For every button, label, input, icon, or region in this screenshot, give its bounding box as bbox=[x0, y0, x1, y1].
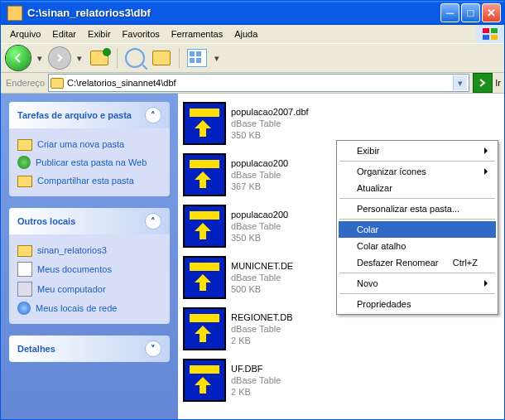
context-item[interactable]: Exibir bbox=[339, 142, 496, 159]
dbf-file-icon bbox=[183, 307, 226, 350]
file-type: dBase Table bbox=[231, 118, 309, 129]
tasks-panel: Tarefas de arquivo e pasta ˄ Criar uma n… bbox=[9, 102, 170, 196]
dbf-file-icon bbox=[183, 153, 226, 196]
context-label: Propriedades bbox=[357, 299, 411, 309]
address-label: Endereço bbox=[6, 78, 45, 88]
context-label: Colar bbox=[357, 224, 378, 234]
address-dropdown[interactable]: ▾ bbox=[453, 75, 467, 90]
context-menu: ExibirOrganizar íconesAtualizarPersonali… bbox=[336, 140, 498, 315]
context-label: Exibir bbox=[357, 146, 380, 156]
menu-exibir[interactable]: Exibir bbox=[82, 27, 117, 41]
separator bbox=[339, 293, 495, 294]
close-button[interactable]: ✕ bbox=[482, 3, 501, 22]
file-name: UF.DBF bbox=[231, 363, 281, 374]
details-header[interactable]: Detalhes ˅ bbox=[9, 336, 170, 362]
place-parent[interactable]: sinan_relatorios3 bbox=[17, 241, 161, 259]
file-size: 367 KB bbox=[231, 181, 288, 192]
tasks-title: Tarefas de arquivo e pasta bbox=[17, 110, 132, 120]
minimize-button[interactable]: ─ bbox=[440, 3, 459, 22]
explorer-window: C:\sinan_relatorios3\dbf ─ □ ✕ Arquivo E… bbox=[0, 0, 505, 420]
context-item[interactable]: Personalizar esta pasta... bbox=[339, 200, 496, 217]
file-size: 350 KB bbox=[231, 232, 288, 244]
menu-editar[interactable]: Editar bbox=[46, 27, 82, 41]
context-item[interactable]: Colar bbox=[339, 221, 496, 238]
file-item[interactable]: populacao2007.dbfdBase Table350 KB bbox=[183, 102, 499, 145]
address-path: C:\relatorios_sinannet4\dbf bbox=[64, 78, 453, 88]
titlebar[interactable]: C:\sinan_relatorios3\dbf ─ □ ✕ bbox=[1, 1, 504, 25]
go-button[interactable] bbox=[473, 73, 493, 93]
dbf-file-icon bbox=[183, 102, 226, 145]
separator bbox=[339, 273, 495, 273]
context-item[interactable]: Atualizar bbox=[339, 180, 496, 196]
context-item[interactable]: Colar atalho bbox=[339, 238, 496, 254]
task-share[interactable]: Compartilhar esta pasta bbox=[17, 171, 161, 190]
file-type: dBase Table bbox=[231, 169, 288, 181]
back-button[interactable] bbox=[6, 46, 31, 70]
file-type: dBase Table bbox=[231, 374, 281, 386]
separator bbox=[339, 219, 495, 220]
menubar: Arquivo Editar Exibir Favoritos Ferramen… bbox=[1, 25, 504, 43]
address-input[interactable]: C:\relatorios_sinannet4\dbf ▾ bbox=[48, 74, 469, 92]
place-documents[interactable]: Meus documentos bbox=[17, 259, 161, 279]
window-title: C:\sinan_relatorios3\dbf bbox=[26, 7, 439, 19]
search-button[interactable] bbox=[124, 47, 146, 69]
views-button[interactable] bbox=[186, 47, 208, 69]
context-label: Novo bbox=[357, 278, 378, 288]
file-name: MUNICNET.DE bbox=[231, 260, 293, 272]
file-name: populacao200 bbox=[231, 157, 288, 169]
share-icon bbox=[17, 176, 32, 187]
file-size: 2 KB bbox=[231, 335, 293, 346]
places-header[interactable]: Outros locais ˄ bbox=[9, 208, 170, 234]
maximize-button[interactable]: □ bbox=[461, 3, 480, 22]
folder-icon bbox=[17, 245, 32, 257]
places-title: Outros locais bbox=[17, 216, 75, 226]
dbf-file-icon bbox=[183, 256, 226, 299]
documents-icon bbox=[17, 262, 32, 277]
back-dropdown[interactable]: ▾ bbox=[36, 53, 44, 64]
folders-button[interactable] bbox=[151, 47, 172, 69]
up-button[interactable] bbox=[89, 47, 110, 69]
task-publish[interactable]: Publicar esta pasta na Web bbox=[17, 153, 161, 171]
dbf-file-icon bbox=[183, 359, 226, 402]
context-label: Desfazer Renomear bbox=[357, 258, 438, 268]
file-type: dBase Table bbox=[231, 272, 293, 283]
context-label: Colar atalho bbox=[357, 241, 406, 251]
task-new-folder[interactable]: Criar uma nova pasta bbox=[17, 135, 161, 153]
svg-rect-0 bbox=[483, 28, 489, 33]
separator bbox=[339, 161, 495, 162]
collapse-icon: ˄ bbox=[145, 213, 161, 229]
file-size: 350 KB bbox=[231, 129, 309, 141]
shortcut: Ctrl+Z bbox=[453, 258, 478, 268]
world-icon bbox=[17, 156, 31, 169]
context-item[interactable]: Organizar ícones bbox=[339, 163, 496, 180]
forward-button[interactable] bbox=[49, 47, 70, 69]
place-network[interactable]: Meus locais de rede bbox=[17, 299, 161, 317]
svg-rect-1 bbox=[491, 28, 498, 33]
details-panel: Detalhes ˅ bbox=[9, 336, 170, 362]
toolbar: ▾ ▾ ▾ bbox=[1, 43, 504, 73]
file-item[interactable]: UF.DBFdBase Table2 KB bbox=[183, 359, 499, 402]
folder-icon bbox=[17, 139, 32, 151]
views-dropdown[interactable]: ▾ bbox=[213, 53, 221, 64]
menu-favoritos[interactable]: Favoritos bbox=[117, 27, 166, 41]
context-item[interactable]: Novo bbox=[339, 275, 496, 292]
address-bar: Endereço C:\relatorios_sinannet4\dbf ▾ I… bbox=[1, 73, 504, 94]
tasks-header[interactable]: Tarefas de arquivo e pasta ˄ bbox=[9, 102, 170, 128]
context-item[interactable]: Desfazer RenomearCtrl+Z bbox=[339, 254, 496, 271]
sidebar: Tarefas de arquivo e pasta ˄ Criar uma n… bbox=[1, 94, 178, 420]
dbf-file-icon bbox=[183, 205, 226, 248]
menu-arquivo[interactable]: Arquivo bbox=[4, 27, 46, 41]
search-icon bbox=[125, 48, 145, 68]
file-size: 500 KB bbox=[231, 283, 293, 295]
places-panel: Outros locais ˄ sinan_relatorios3 Meus d… bbox=[9, 208, 170, 324]
forward-dropdown[interactable]: ▾ bbox=[75, 53, 84, 64]
network-icon bbox=[17, 302, 31, 315]
place-computer[interactable]: Meu computador bbox=[17, 279, 161, 299]
context-label: Atualizar bbox=[357, 183, 392, 193]
file-size: 2 KB bbox=[231, 386, 281, 398]
menu-ajuda[interactable]: Ajuda bbox=[228, 27, 263, 41]
menu-ferramentas[interactable]: Ferramentas bbox=[166, 27, 228, 41]
collapse-icon: ˄ bbox=[145, 107, 161, 123]
svg-rect-3 bbox=[491, 35, 498, 40]
context-item[interactable]: Propriedades bbox=[339, 296, 496, 312]
